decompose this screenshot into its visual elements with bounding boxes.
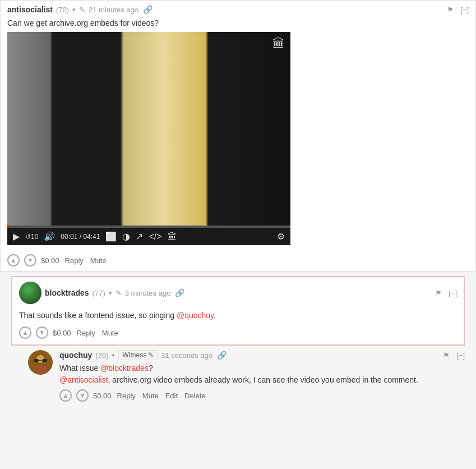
witness-label: Witness <box>122 351 146 359</box>
nested-mention-blocktrades[interactable]: @blocktrades <box>100 364 149 373</box>
nested-comment-content: quochuy (76) ▾ Witness ✎ 31 seconds ago … <box>59 350 465 402</box>
svg-rect-2 <box>34 359 39 362</box>
play-button[interactable]: ▶ <box>13 231 20 242</box>
contrast-button[interactable]: ◑ <box>122 231 130 242</box>
comment-vote-up[interactable]: ▲ <box>19 327 31 339</box>
post-author-dropdown[interactable]: ▾ <box>72 6 76 13</box>
nested-comment-collapse-icon[interactable]: [−] <box>456 351 465 360</box>
video-controls: ▶ ↺10 🔊 00:01 / 04:41 ⬜ ◑ ↗ </> 🏛 ⚙ <box>7 228 290 245</box>
share-button[interactable]: ↗ <box>136 231 143 242</box>
post-reply-button[interactable]: Reply <box>64 256 85 265</box>
post-time: 21 minutes ago <box>89 6 138 14</box>
nested-comment-author[interactable]: quochuy <box>59 351 92 360</box>
nested-body-line1-suffix: ? <box>149 364 153 373</box>
post-vote-down[interactable]: ▼ <box>24 254 36 266</box>
video-archive-icon: 🏛 <box>272 36 285 51</box>
svg-rect-4 <box>39 360 42 361</box>
nested-body-line2: @antisocialist, archive.org video embeds… <box>59 374 465 386</box>
comment-body: That sounds like a frontend issue, so pi… <box>12 309 464 324</box>
video-progress-fill <box>7 226 10 228</box>
quochuy-avatar-img <box>28 350 53 375</box>
nested-comment-actions: ▲ ▼ $0.00 Reply Mute Edit Delete <box>59 389 465 402</box>
quochuy-avatar-svg <box>28 350 53 375</box>
comment-vote-amount: $0.00 <box>53 329 71 337</box>
post-question: Can we get archive.org embeds for videos… <box>7 19 469 27</box>
comment-collapse-icon[interactable]: [−] <box>449 289 457 297</box>
post-link-icon[interactable]: 🔗 <box>143 5 152 14</box>
nested-edit-button[interactable]: Edit <box>164 392 179 400</box>
comment-reply-button[interactable]: Reply <box>76 329 96 337</box>
post-flag-icon[interactable]: ⚑ <box>447 6 454 14</box>
nested-mention-antisocialist[interactable]: @antisocialist <box>59 375 108 384</box>
comment-header: blocktrades (77) ▾ ✎ 3 minutes ago 🔗 ⚑ [… <box>12 277 464 309</box>
video-player[interactable]: 🏛 ▶ ↺10 🔊 00:01 / 04:41 ⬜ ◑ ↗ </> 🏛 <box>7 32 290 245</box>
video-time: 00:01 / 04:41 <box>61 233 100 241</box>
nested-comment-rep: (76) <box>95 351 108 360</box>
comment-body-suffix: . <box>214 311 216 320</box>
svg-point-5 <box>34 365 47 374</box>
nested-vote-up[interactable]: ▲ <box>59 389 72 402</box>
comment-blocktrades: blocktrades (77) ▾ ✎ 3 minutes ago 🔗 ⚑ [… <box>11 276 465 346</box>
nested-comment-quochuy: quochuy (76) ▾ Witness ✎ 31 seconds ago … <box>28 350 465 402</box>
comment-avatar <box>19 282 41 304</box>
main-post: antisocialist (70) ▾ ✎ 21 minutes ago 🔗 … <box>0 0 476 272</box>
nested-vote-amount: $0.00 <box>93 392 112 400</box>
post-rep: (70) <box>56 6 69 14</box>
post-edit-icon: ✎ <box>79 6 85 14</box>
comment-body-prefix: That sounds like a frontend issue, so pi… <box>19 311 177 320</box>
comment-mention-quochuy[interactable]: @quochuy <box>177 311 214 320</box>
svg-rect-3 <box>42 359 47 362</box>
nested-body-line1: What issue @blocktrades? <box>59 362 465 374</box>
video-total-time: 04:41 <box>83 233 100 241</box>
post-actions: ▲ ▼ $0.00 Reply Mute <box>1 250 475 271</box>
witness-edit-icon: ✎ <box>148 351 154 359</box>
settings-button[interactable]: ⚙ <box>277 231 285 242</box>
comment-author[interactable]: blocktrades <box>45 288 89 297</box>
quochuy-avatar <box>28 350 53 375</box>
video-archive-btn[interactable]: 🏛 <box>168 232 177 242</box>
comment-mute-button[interactable]: Mute <box>101 329 119 337</box>
post-author[interactable]: antisocialist <box>7 5 53 14</box>
video-thumbnail: 🏛 <box>7 32 290 226</box>
nested-delete-button[interactable]: Delete <box>183 392 207 400</box>
blocktrades-avatar-img <box>19 282 41 304</box>
post-vote-amount: $0.00 <box>41 256 59 265</box>
video-current-time: 00:01 <box>61 233 77 241</box>
volume-button[interactable]: 🔊 <box>44 231 55 242</box>
post-vote-up[interactable]: ▲ <box>7 254 20 266</box>
post-body: Can we get archive.org embeds for videos… <box>1 19 475 250</box>
comment-vote-down[interactable]: ▼ <box>36 327 48 339</box>
nested-comment-time: 31 seconds ago <box>161 351 212 360</box>
comment-flag-icon[interactable]: ⚑ <box>435 289 442 297</box>
comment-actions: ▲ ▼ $0.00 Reply Mute <box>12 324 464 344</box>
nested-reply-button[interactable]: Reply <box>116 392 137 400</box>
comment-rep: (77) <box>93 289 105 297</box>
nested-mute-button[interactable]: Mute <box>141 392 160 400</box>
nested-comment-dropdown[interactable]: ▾ <box>112 352 115 359</box>
screenshot-button[interactable]: ⬜ <box>105 231 117 242</box>
comment-link-icon[interactable]: 🔗 <box>175 288 184 297</box>
comment-author-dropdown[interactable]: ▾ <box>109 289 112 297</box>
nested-body-line1-prefix: What issue <box>59 364 100 373</box>
video-scene <box>7 32 290 226</box>
post-collapse-icon[interactable]: [−] <box>460 6 469 14</box>
comment-edit-icon: ✎ <box>115 289 122 297</box>
nested-comment-link-icon[interactable]: 🔗 <box>217 351 227 360</box>
embed-button[interactable]: </> <box>149 232 161 242</box>
nested-comment-body: What issue @blocktrades? @antisocialist,… <box>59 362 465 386</box>
post-mute-button[interactable]: Mute <box>89 256 108 265</box>
nested-body-line2-text: , archive.org video embeds already work,… <box>108 375 418 384</box>
post-header: antisocialist (70) ▾ ✎ 21 minutes ago 🔗 … <box>1 1 475 19</box>
nested-vote-down[interactable]: ▼ <box>76 389 89 402</box>
rewind-button[interactable]: ↺10 <box>25 233 38 241</box>
witness-badge: Witness ✎ <box>118 350 158 360</box>
comment-time: 3 minutes ago <box>125 289 171 297</box>
nested-comment-flag-icon[interactable]: ⚑ <box>443 351 450 360</box>
video-progress-bar[interactable] <box>7 226 290 228</box>
nested-comment-header: quochuy (76) ▾ Witness ✎ 31 seconds ago … <box>59 350 465 360</box>
